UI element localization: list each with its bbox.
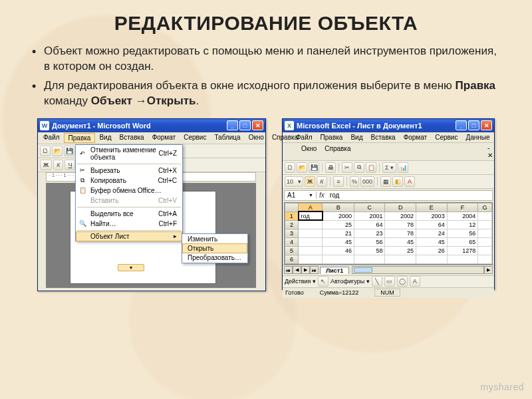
rect-icon[interactable]: ▭ [384, 276, 395, 287]
row-header[interactable]: 2 [285, 220, 299, 229]
submenu-open[interactable]: Открыть [182, 243, 247, 253]
tab-nav-next-icon[interactable]: ▶ [301, 266, 310, 274]
cell[interactable]: 45 [416, 237, 448, 246]
fillcolor-icon[interactable]: ◧ [392, 176, 403, 187]
word-titlebar[interactable]: W Документ1 - Microsoft Word _ □ ✕ [38, 119, 265, 132]
oval-icon[interactable]: ◯ [397, 276, 408, 287]
col-header[interactable]: B [323, 203, 354, 211]
excel-titlebar[interactable]: X Microsoft Excel - Лист в Документ1 _ □… [283, 119, 494, 132]
cell[interactable] [299, 229, 323, 237]
menu-insert[interactable]: Вставка [115, 133, 148, 143]
menu-expand-chevron-icon[interactable]: ▾ [118, 264, 144, 271]
cell[interactable]: 45 [385, 237, 416, 246]
workbook-close-icon[interactable]: - ✕ [483, 144, 493, 160]
menuitem-clipboard[interactable]: 📋Буфер обмена Office… [76, 186, 182, 196]
formula-value[interactable]: год [327, 192, 342, 199]
menuitem-cut[interactable]: ✂ВырезатьCtrl+X [76, 166, 182, 176]
col-header[interactable]: G [478, 203, 492, 211]
cell[interactable] [299, 246, 323, 255]
save-icon[interactable]: 💾 [64, 146, 74, 156]
open-icon[interactable]: 📂 [52, 146, 63, 156]
cell[interactable]: 25 [385, 246, 416, 255]
cell[interactable]: 56 [447, 229, 478, 237]
italic-button[interactable]: К [317, 176, 327, 187]
paste-icon[interactable]: 📋 [366, 162, 376, 173]
row-header[interactable]: 6 [285, 255, 299, 263]
menu-window[interactable]: Окно [297, 144, 321, 159]
cell[interactable] [478, 211, 492, 220]
horizontal-scrollbar[interactable] [352, 266, 484, 274]
menu-help[interactable]: Справка [268, 133, 302, 143]
percent-button[interactable]: % [350, 176, 359, 187]
submenu-edit[interactable]: Изменить [182, 234, 247, 244]
cut-icon[interactable]: ✂ [342, 162, 352, 173]
autoshapes-dropdown[interactable]: Автофигуры ▾ [331, 278, 370, 285]
close-button[interactable]: ✕ [252, 120, 263, 130]
new-icon[interactable]: 🗋 [40, 146, 51, 156]
cell[interactable]: 25 [323, 220, 354, 229]
cell[interactable]: 78 [385, 220, 416, 229]
row-header[interactable]: 1 [285, 211, 299, 220]
menu-edit[interactable]: Правка [317, 133, 347, 142]
menuitem-selectall[interactable]: Выделить всеCtrl+A [76, 209, 182, 219]
cell[interactable]: 24 [416, 229, 448, 237]
menu-edit[interactable]: Правка [64, 133, 96, 143]
align-icon[interactable]: ≡ [333, 176, 344, 187]
cell[interactable]: 2001 [354, 211, 385, 220]
open-icon[interactable]: 📂 [297, 162, 307, 173]
col-header[interactable]: C [354, 203, 385, 211]
col-header[interactable]: F [447, 203, 478, 211]
menu-tools[interactable]: Сервис [431, 133, 462, 142]
cell[interactable]: 64 [354, 220, 385, 229]
menu-help[interactable]: Справка [321, 144, 354, 159]
fontsize-select[interactable]: 10▾ [285, 176, 303, 187]
cell[interactable]: 2004 [447, 211, 478, 220]
menuitem-find[interactable]: 🔍Найти…Ctrl+F [76, 219, 182, 229]
fx-icon[interactable]: fx [317, 192, 327, 199]
cell[interactable]: 58 [354, 246, 385, 255]
autosum-button[interactable]: Σ ▾ [382, 162, 396, 173]
cell[interactable] [478, 220, 492, 229]
menu-format[interactable]: Формат [148, 133, 180, 143]
excel-menubar[interactable]: Файл Правка Вид Вставка Формат Сервис Да… [283, 132, 494, 143]
menu-window[interactable]: Окно [245, 133, 268, 143]
row-header[interactable]: 3 [285, 229, 299, 237]
cell[interactable]: 23 [354, 229, 385, 237]
sheet-tabs[interactable]: ⏮ ◀ ▶ ⏭ Лист1 ▶ [283, 265, 494, 275]
excel-menubar-2[interactable]: Окно Справка - ✕ [283, 143, 494, 161]
menu-view[interactable]: Вид [346, 133, 366, 142]
word-menubar[interactable]: Файл Правка Вид Вставка Формат Сервис Та… [38, 132, 265, 144]
menuitem-object-sheet[interactable]: Объект Лист [76, 231, 182, 241]
cell[interactable]: 45 [323, 237, 354, 246]
menu-data[interactable]: Данные [462, 133, 493, 142]
col-header[interactable]: A [299, 203, 323, 211]
cell[interactable]: 1278 [447, 246, 478, 255]
minimize-button[interactable]: _ [456, 120, 467, 130]
print-icon[interactable]: 🖶 [325, 162, 336, 173]
menu-table[interactable]: Таблица [210, 133, 244, 143]
cell[interactable]: 64 [416, 220, 448, 229]
menu-file[interactable]: Файл [39, 133, 64, 143]
italic-button[interactable]: К [53, 160, 63, 170]
scroll-right-icon[interactable]: ▶ [484, 266, 493, 274]
cell[interactable]: 78 [385, 229, 416, 237]
cell[interactable]: 56 [354, 237, 385, 246]
name-box[interactable]: A1▼ [285, 192, 317, 199]
menu-tools[interactable]: Сервис [180, 133, 210, 143]
menu-insert[interactable]: Вставка [366, 133, 399, 142]
tab-nav-prev-icon[interactable]: ◀ [293, 266, 301, 274]
cell[interactable] [478, 229, 492, 237]
bold-button[interactable]: Ж [305, 176, 315, 187]
cell[interactable]: 2002 [385, 211, 416, 220]
cell[interactable] [478, 246, 492, 255]
formula-bar[interactable]: A1▼ fx год [284, 190, 493, 201]
tab-nav-first-icon[interactable]: ⏮ [284, 266, 293, 274]
col-header[interactable]: E [416, 203, 448, 211]
submenu-convert[interactable]: Преобразовать… [182, 253, 247, 263]
select-icon[interactable]: ↖ [318, 276, 329, 287]
cell[interactable]: 2000 [323, 211, 354, 220]
save-icon[interactable]: 💾 [309, 162, 319, 173]
sheet-tab[interactable]: Лист1 [320, 267, 349, 274]
borders-icon[interactable]: ▦ [380, 176, 391, 187]
spreadsheet-grid[interactable]: A B C D E F G 1 год 2000 2001 [284, 202, 493, 265]
